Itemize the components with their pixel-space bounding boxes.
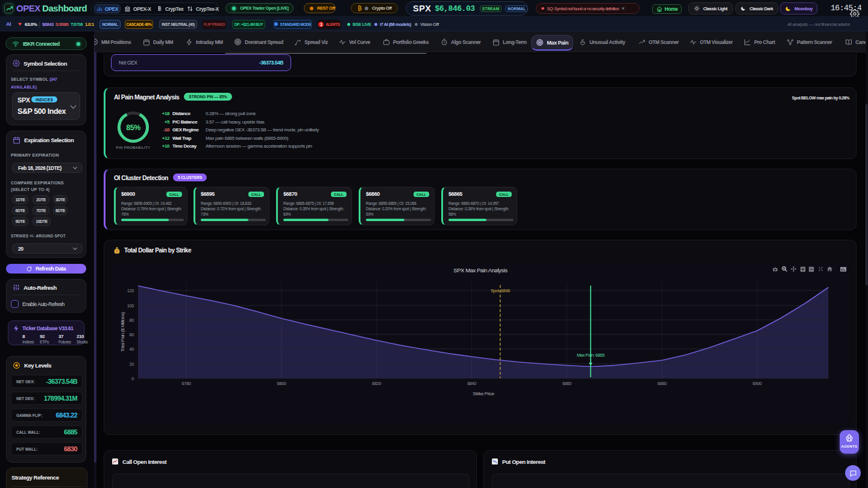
svg-text:6880: 6880: [658, 381, 667, 386]
svg-text:60: 60: [130, 332, 134, 337]
svg-text:Total Pain ($ Millions): Total Pain ($ Millions): [120, 311, 125, 351]
svg-text:0: 0: [131, 376, 134, 381]
svg-text:SPX Max Pain Analysis: SPX Max Pain Analysis: [453, 267, 508, 274]
svg-text:6840: 6840: [467, 381, 476, 386]
svg-text:6820: 6820: [372, 381, 381, 386]
svg-text:6780: 6780: [182, 381, 191, 386]
svg-text:85%: 85%: [126, 124, 140, 132]
svg-text:Strike Price: Strike Price: [473, 391, 494, 396]
svg-text:100: 100: [127, 303, 134, 308]
svg-text:6900: 6900: [753, 381, 762, 386]
svg-text:6800: 6800: [277, 381, 286, 386]
svg-text:20: 20: [130, 361, 134, 367]
svg-text:Max Pain: 6865: Max Pain: 6865: [577, 352, 605, 358]
svg-text:80: 80: [130, 318, 134, 323]
svg-text:6860: 6860: [562, 381, 571, 386]
svg-text:40: 40: [130, 346, 134, 352]
svg-text:120: 120: [127, 288, 134, 293]
svg-text:Spot: 6846: Spot: 6846: [491, 288, 510, 293]
